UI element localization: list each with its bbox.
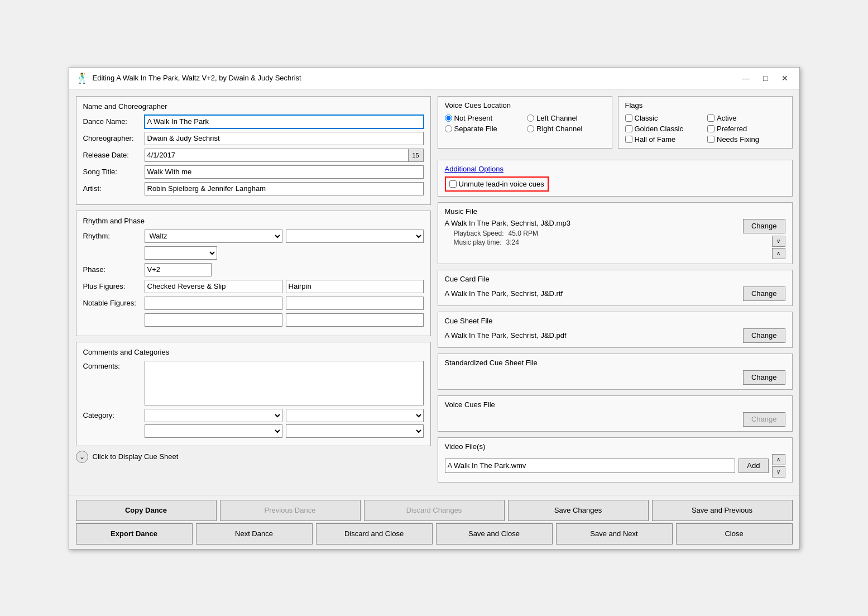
plus-figures-input-2[interactable] [286,280,424,293]
artist-label: Artist: [83,184,145,193]
notable-figures-label: Notable Figures: [83,299,145,307]
cue-sheet-file-section: Cue Sheet File A Walk In The Park, Sechr… [438,312,793,348]
choreographer-input[interactable] [145,132,424,145]
rhythm-select-extra[interactable] [145,246,217,260]
date-wrapper: 15 [145,149,424,162]
radio-separate-file-input[interactable] [445,125,452,132]
maximize-button[interactable]: □ [759,73,772,84]
artist-row: Artist: [83,182,424,195]
notable-figures-input-2[interactable] [286,297,424,310]
dance-name-row: Dance Name: [83,115,424,128]
dance-name-input[interactable] [145,115,424,128]
left-column: Name and Choreographer Dance Name: Chore… [76,96,431,488]
rhythm-label: Rhythm: [83,232,145,240]
next-dance-button[interactable]: Next Dance [196,523,313,545]
video-arrow-down[interactable]: ∨ [772,466,785,477]
export-dance-button[interactable]: Export Dance [76,523,193,545]
rhythm-select-sub[interactable] [286,230,424,243]
notable-figures-input-4[interactable] [286,313,424,327]
std-cue-sheet-change-button[interactable]: Change [743,370,785,385]
rhythm-select-main[interactable]: Waltz [145,230,282,243]
name-section-title: Name and Choreographer [83,102,424,111]
comments-textarea[interactable] [145,361,424,405]
radio-not-present-input[interactable] [445,114,452,122]
flag-golden-classic-label: Golden Classic [635,125,683,133]
calendar-button[interactable]: 15 [408,149,424,162]
flag-classic-input[interactable] [625,114,632,122]
music-arrow-up[interactable]: ∧ [772,248,785,259]
copy-dance-button[interactable]: Copy Dance [76,500,217,521]
rhythm-section: Rhythm and Phase Rhythm: Waltz [76,211,431,336]
dance-name-label: Dance Name: [83,117,145,126]
playback-speed-label: Playback Speed: [454,230,504,237]
voice-cues-change-button[interactable]: Change [743,412,785,427]
comments-row: Comments: [83,361,424,405]
flag-active-label: Active [717,114,736,122]
video-arrow-up[interactable]: ∧ [772,454,785,465]
discard-and-close-button[interactable]: Discard and Close [316,523,433,545]
cue-sheet-change-button[interactable]: Change [743,328,785,343]
notable-figures-input-3[interactable] [145,313,282,327]
plus-figures-input-1[interactable] [145,280,282,293]
phase-input[interactable] [145,263,212,276]
cue-card-section: Cue Card File A Walk In The Park, Sechri… [438,270,793,306]
flag-active-input[interactable] [707,114,714,122]
voice-cues-file-section: Voice Cues File Change [438,395,793,432]
music-file-section: Music File A Walk In The Park, Sechrist,… [438,202,793,264]
bottom-buttons: Copy Dance Previous Dance Discard Change… [69,495,799,549]
song-title-input[interactable] [145,165,424,179]
music-play-time-label: Music play time: [454,238,502,246]
cue-card-change-button[interactable]: Change [743,286,785,301]
close-button[interactable]: Close [676,523,793,545]
video-files-title: Video File(s) [445,442,785,451]
plus-figures-inputs [145,280,424,293]
notable-figures-row-2 [83,313,424,327]
flag-needs-fixing-input[interactable] [707,136,714,143]
calendar-icon: 15 [412,152,419,159]
flag-preferred-input[interactable] [707,125,714,132]
video-filename-input[interactable] [445,459,736,473]
unmute-checkbox[interactable] [449,180,457,188]
plus-figures-label: Plus Figures: [83,282,145,290]
category-select-4[interactable] [286,424,424,438]
main-window: 🕺 Editing A Walk In The Park, Waltz V+2,… [69,67,800,550]
video-arrows: ∧ ∨ [772,454,785,477]
flag-classic-label: Classic [635,114,658,122]
notable-figures-input-1[interactable] [145,297,282,310]
title-controls: — □ ✕ [737,73,792,84]
radio-not-present: Not Present [445,114,523,122]
previous-dance-button[interactable]: Previous Dance [220,500,361,521]
music-arrow-down[interactable]: ∨ [772,236,785,247]
save-changes-button[interactable]: Save Changes [508,500,649,521]
minimize-button[interactable]: — [737,73,754,84]
flag-hall-of-fame-input[interactable] [625,136,632,143]
category-select-3[interactable] [145,424,282,438]
flag-golden-classic-input[interactable] [625,125,632,132]
radio-right-channel: Right Channel [527,125,605,133]
radio-right-channel-input[interactable] [527,125,534,132]
music-change-button[interactable]: Change [743,219,785,233]
flags-options: Classic Active Golden Classic Prefe [625,114,785,144]
discard-changes-button[interactable]: Discard Changes [364,500,505,521]
cue-sheet-file-title: Cue Sheet File [445,317,785,325]
cue-sheet-toggle[interactable]: ⌄ [76,451,88,463]
category-select-2[interactable] [286,409,424,422]
save-and-close-button[interactable]: Save and Close [436,523,553,545]
save-and-next-button[interactable]: Save and Next [556,523,673,545]
name-section: Name and Choreographer Dance Name: Chore… [76,96,431,205]
title-bar-left: 🕺 Editing A Walk In The Park, Waltz V+2,… [76,72,301,84]
radio-left-channel-input[interactable] [527,114,534,122]
category-select-1[interactable] [145,409,282,422]
flags-title: Flags [625,101,785,109]
close-window-button[interactable]: ✕ [777,73,793,84]
video-files-row: Add ∧ ∨ [445,454,785,477]
music-file-info: A Walk In The Park, Sechrist, J&D.mp3 Pl… [445,219,738,249]
comments-section-title: Comments and Categories [83,348,424,356]
video-add-button[interactable]: Add [738,459,768,473]
save-and-previous-button[interactable]: Save and Previous [652,500,793,521]
video-files-section: Video File(s) Add ∧ ∨ [438,437,793,483]
artist-input[interactable] [145,182,424,195]
music-file-content: A Walk In The Park, Sechrist, J&D.mp3 Pl… [445,219,785,259]
release-date-input[interactable] [145,149,408,162]
notable-figures-inputs [145,297,424,310]
